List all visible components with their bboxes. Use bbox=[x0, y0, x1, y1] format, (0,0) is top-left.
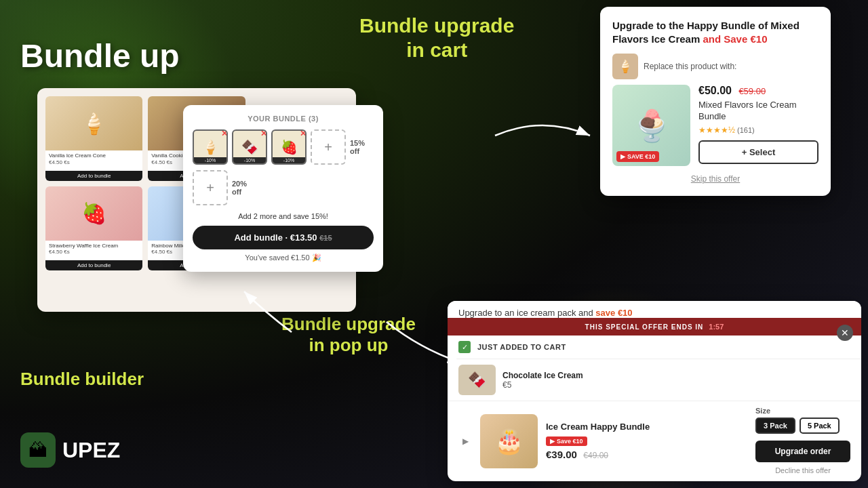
popup-just-added: ✓ JUST ADDED TO CART bbox=[448, 336, 861, 359]
popup-save-text: save €10 bbox=[595, 308, 632, 318]
product-image: 🍓 bbox=[45, 186, 142, 241]
popup-upgrade-title-bar: Upgrade to an ice cream pack and save €1… bbox=[448, 301, 861, 318]
add-bundle-item-button-2[interactable]: + bbox=[193, 170, 228, 205]
popup-price-new: €39.00 bbox=[546, 449, 577, 460]
cart-upgrade-title: Upgrade to the Happy Bundle of Mixed Fla… bbox=[612, 19, 818, 45]
bundle-pct-off: 15%off bbox=[350, 139, 365, 155]
popup-header: THIS SPECIAL OFFER ENDS IN 1:57 bbox=[448, 318, 861, 336]
bundle-item-3[interactable]: ✕ 🍓 -10% bbox=[271, 129, 307, 165]
page-title: Bundle up bbox=[20, 37, 180, 75]
cart-item-price: €5 bbox=[502, 380, 583, 390]
product-price: €4.50 €s bbox=[49, 249, 139, 255]
upez-icon: 🏔 bbox=[20, 432, 56, 468]
cart-item-info: Chocolate Ice Cream €5 bbox=[502, 371, 583, 390]
popup-upgrade-card: Upgrade to an ice cream pack and save €1… bbox=[448, 301, 861, 481]
popup-header-label: THIS SPECIAL OFFER ENDS IN bbox=[585, 323, 704, 331]
bundle-item-2[interactable]: ✕ 🍫 -10% bbox=[232, 129, 267, 165]
list-item: 🍓 Strawberry Waffle Ice Cream €4.50 €s A… bbox=[45, 186, 142, 271]
product-price: €4.50 €s bbox=[49, 159, 139, 165]
bundle-row-2: + 20%off bbox=[193, 170, 374, 205]
bundle-panel: YOUR BUNDLE (3) ✕ 🍦 -10% ✕ 🍫 -10% ✕ 🍓 -1… bbox=[183, 105, 383, 272]
upgrade-order-button[interactable]: Upgrade order bbox=[755, 441, 850, 462]
add-bundle-main-button[interactable]: Add bundle · €13.50 €15 bbox=[193, 226, 374, 249]
review-count: (161) bbox=[737, 126, 755, 134]
cart-item-thumbnail: 🍫 bbox=[458, 365, 496, 395]
popup-upgrade-info: Ice Cream Happy Bundle ▶ Save €10 €39.00… bbox=[546, 422, 747, 461]
upgrade-item-thumbnail: 🎂 bbox=[480, 414, 538, 468]
size-options: 3 Pack 5 Pack bbox=[755, 418, 850, 434]
upgrade-product-info: €50.00 €59.00 Mixed Flavors Ice Cream Bu… bbox=[698, 85, 818, 164]
cart-item-name: Chocolate Ice Cream bbox=[502, 371, 583, 380]
skip-offer-link[interactable]: Skip this offer bbox=[612, 174, 818, 184]
popup-upgrade-title-text: Upgrade to an ice cream pack and bbox=[458, 308, 593, 318]
play-icon: ▶ bbox=[458, 434, 472, 448]
arrow-to-cart-upgrade bbox=[488, 108, 597, 163]
add-bundle-item-button[interactable]: + bbox=[311, 129, 346, 165]
add-to-bundle-button[interactable]: Add to bundle bbox=[45, 171, 142, 181]
discount-tag: -10% bbox=[194, 157, 226, 163]
decline-offer-link[interactable]: Decline this offer bbox=[755, 465, 850, 476]
upgrade-product-image: 🍨 ▶ SAVE €10 bbox=[612, 85, 690, 166]
upgrade-price-row: €50.00 €59.00 bbox=[698, 85, 818, 97]
product-name: Strawberry Waffle Ice Cream bbox=[49, 243, 139, 249]
popup-upgrade-actions: Size 3 Pack 5 Pack Upgrade order Decline… bbox=[755, 407, 850, 476]
cart-upgrade-save-text: and Save €10 bbox=[703, 33, 767, 45]
size-label: Size bbox=[755, 407, 850, 415]
bundle-add-label: Add bundle · €13.50 bbox=[234, 232, 319, 243]
popup-upgrade-item: ▶ 🎂 Ice Cream Happy Bundle ▶ Save €10 €3… bbox=[448, 401, 861, 481]
popup-save-badge-text: Save €10 bbox=[557, 438, 583, 445]
select-button[interactable]: + Select bbox=[698, 140, 818, 164]
popup-save-badge-icon: ▶ bbox=[550, 438, 555, 445]
bundle-save-text: Add 2 more and save 15%! bbox=[193, 212, 374, 220]
bundle-upgrade-popup-label: Bundle upgradein pop up bbox=[281, 314, 416, 356]
replace-thumb: 🍦 bbox=[612, 54, 638, 79]
bundle-pct-off-2: 20%off bbox=[232, 180, 247, 196]
upgrade-price-old: €59.00 bbox=[738, 86, 766, 96]
save-badge-icon: ▶ bbox=[620, 153, 625, 160]
bundle-old-price: €15 bbox=[319, 234, 332, 242]
save-badge-text: SAVE €10 bbox=[627, 153, 655, 160]
remove-icon: ✕ bbox=[300, 129, 307, 138]
remove-icon: ✕ bbox=[260, 129, 267, 138]
list-item: 🍦 Vanilla Ice Cream Cone €4.50 €s Add to… bbox=[45, 96, 142, 181]
upez-logo: 🏔 UPEZ bbox=[20, 432, 120, 468]
replace-label: 🍦 Replace this product with: bbox=[612, 54, 818, 79]
size-3pack-option[interactable]: 3 Pack bbox=[755, 418, 795, 434]
bundle-builder-label: Bundle builder bbox=[20, 369, 144, 390]
popup-save-badge: ▶ Save €10 bbox=[546, 436, 587, 446]
replace-label-text: Replace this product with: bbox=[644, 62, 736, 71]
popup-price-old: €49.00 bbox=[583, 451, 608, 460]
add-to-bundle-button[interactable]: Add to bundle bbox=[45, 260, 142, 270]
upgrade-price-new: €50.00 bbox=[698, 85, 732, 96]
product-image: 🍦 bbox=[45, 96, 142, 150]
bundle-upgrade-cart-label: Bundle upgradein cart bbox=[359, 14, 514, 62]
popup-cart-item: 🍫 Chocolate Ice Cream €5 bbox=[448, 359, 861, 401]
just-added-label: JUST ADDED TO CART bbox=[477, 343, 566, 351]
popup-price-row: €39.00 €49.00 bbox=[546, 449, 747, 461]
size-5pack-option[interactable]: 5 Pack bbox=[800, 418, 840, 434]
upgrade-product-row: 🍨 ▶ SAVE €10 €50.00 €59.00 Mixed Flavors… bbox=[612, 85, 818, 166]
discount-tag: -10% bbox=[233, 157, 266, 163]
remove-icon: ✕ bbox=[221, 129, 228, 138]
cart-upgrade-card: Upgrade to the Happy Bundle of Mixed Fla… bbox=[600, 7, 831, 196]
bundle-saved-text: You've saved €1.50 🎉 bbox=[193, 253, 374, 262]
bundle-items-row: ✕ 🍦 -10% ✕ 🍫 -10% ✕ 🍓 -10% + 15%off bbox=[193, 129, 374, 165]
upez-icon-emoji: 🏔 bbox=[28, 439, 47, 462]
check-icon: ✓ bbox=[458, 341, 471, 353]
upgrade-product-name: Mixed Flavors Ice Cream Bundle bbox=[698, 100, 818, 123]
popup-close-button[interactable]: ✕ bbox=[837, 325, 853, 341]
upez-label: UPEZ bbox=[62, 438, 120, 463]
bundle-panel-title: YOUR BUNDLE (3) bbox=[193, 115, 374, 123]
popup-upgrade-name: Ice Cream Happy Bundle bbox=[546, 422, 747, 432]
bundle-item-1[interactable]: ✕ 🍦 -10% bbox=[193, 129, 228, 165]
stars-icon: ★★★★½ bbox=[698, 125, 735, 135]
product-name: Vanilla Ice Cream Cone bbox=[49, 152, 139, 159]
popup-timer: 1:57 bbox=[709, 323, 724, 331]
stars-row: ★★★★½ (161) bbox=[698, 125, 818, 135]
save-badge: ▶ SAVE €10 bbox=[616, 151, 659, 162]
discount-tag: -10% bbox=[273, 157, 305, 163]
